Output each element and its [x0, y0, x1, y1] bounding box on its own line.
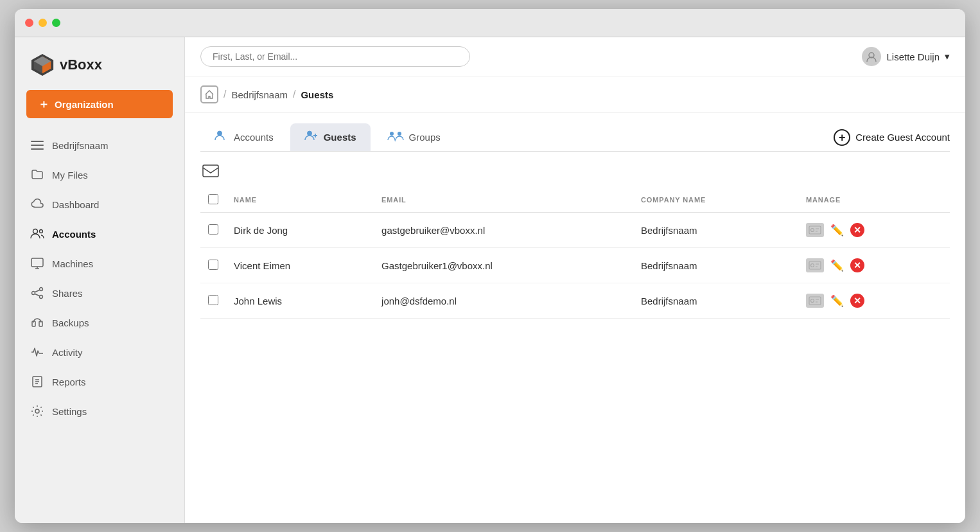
- row-email: Gastgebruiker1@vboxx.nl: [374, 248, 633, 283]
- topbar: Lisette Duijn ▾: [185, 37, 965, 76]
- col-email: Email: [374, 188, 633, 213]
- svg-point-21: [398, 132, 401, 136]
- row-checkbox[interactable]: [208, 260, 218, 270]
- breadcrumb-current: Guests: [301, 89, 333, 100]
- row-checkbox-cell: [200, 213, 226, 248]
- guests-tab-icon: [304, 130, 319, 145]
- sidebar-item-bedrijfsnaam[interactable]: Bedrijfsnaam: [20, 131, 179, 159]
- table-row: Dirk de Jong gastgebruiker@vboxx.nl Bedr…: [200, 213, 950, 248]
- svg-rect-9: [31, 258, 43, 267]
- svg-point-28: [810, 299, 814, 303]
- edit-icon[interactable]: ✏️: [830, 259, 844, 272]
- nav-label-machines: Machines: [52, 258, 93, 269]
- tabs-row: Accounts Guests Groups: [185, 113, 965, 151]
- sidebar-item-machines[interactable]: Machines: [20, 249, 179, 278]
- sidebar-item-activity[interactable]: Activity: [20, 338, 179, 366]
- sidebar: vBoxx ＋ Organization Bedrijfsnaam M: [15, 37, 185, 523]
- col-company: Company Name: [633, 188, 798, 213]
- minimize-button[interactable]: [39, 19, 47, 27]
- nav-label-backups: Backups: [52, 317, 89, 328]
- select-all-checkbox[interactable]: [208, 194, 218, 204]
- row-checkbox-cell: [200, 248, 226, 283]
- svg-point-16: [35, 409, 39, 413]
- row-manage: ✏️ ✕: [798, 248, 950, 283]
- org-button-label: Organization: [55, 99, 114, 110]
- titlebar: [15, 9, 965, 37]
- close-button[interactable]: [25, 19, 33, 27]
- app-body: vBoxx ＋ Organization Bedrijfsnaam M: [15, 37, 965, 523]
- dropdown-icon: ▾: [945, 51, 950, 62]
- edit-icon[interactable]: ✏️: [830, 224, 844, 237]
- main-content: Lisette Duijn ▾ / Bedrijfsnaam / Guests: [185, 37, 965, 523]
- row-manage: ✏️ ✕: [798, 213, 950, 248]
- svg-point-20: [390, 132, 394, 136]
- sidebar-item-backups[interactable]: Backups: [20, 308, 179, 337]
- create-plus-icon: +: [834, 129, 850, 146]
- sidebar-item-shares[interactable]: Shares: [20, 279, 179, 307]
- nav-label-reports: Reports: [52, 377, 86, 387]
- monitor-icon: [30, 256, 44, 270]
- delete-icon[interactable]: ✕: [850, 294, 864, 308]
- menu-icon: [30, 138, 44, 152]
- tab-groups[interactable]: Groups: [373, 123, 455, 151]
- breadcrumb: / Bedrijfsnaam / Guests: [185, 76, 965, 113]
- table-area: Name Email Company Name Manage Dirk de J…: [185, 152, 965, 523]
- sidebar-item-settings[interactable]: Settings: [20, 397, 179, 425]
- tab-guests[interactable]: Guests: [290, 123, 371, 151]
- row-name: Dirk de Jong: [226, 213, 374, 248]
- settings-icon: [30, 404, 44, 418]
- org-button[interactable]: ＋ Organization: [26, 90, 173, 118]
- activity-icon: [30, 345, 44, 359]
- nav-label-settings: Settings: [52, 406, 87, 417]
- sidebar-item-dashboard[interactable]: Dashboard: [20, 190, 179, 218]
- svg-point-18: [218, 131, 222, 136]
- tabs: Accounts Guests Groups: [200, 123, 455, 151]
- manage-id-icon[interactable]: [806, 294, 824, 308]
- email-action-icon[interactable]: [200, 161, 221, 181]
- search-input[interactable]: [200, 46, 470, 67]
- row-name: Vicent Eimen: [226, 248, 374, 283]
- col-name: Name: [226, 188, 374, 213]
- sidebar-item-reports[interactable]: Reports: [20, 368, 179, 396]
- logo-text: vBoxx: [60, 57, 102, 73]
- cloud-icon: [30, 197, 44, 211]
- breadcrumb-company[interactable]: Bedrijfsnaam: [231, 89, 288, 100]
- tab-groups-label: Groups: [409, 132, 441, 143]
- svg-rect-4: [31, 141, 44, 142]
- accounts-tab-icon: [214, 130, 229, 145]
- delete-icon[interactable]: ✕: [850, 258, 864, 272]
- table-row: John Lewis jonh@dsfdemo.nl Bedrijfsnaam …: [200, 283, 950, 319]
- svg-point-24: [810, 229, 814, 232]
- maximize-button[interactable]: [52, 19, 60, 27]
- nav-label-shares: Shares: [52, 288, 83, 299]
- nav-label-accounts: Accounts: [52, 229, 96, 240]
- breadcrumb-home-icon[interactable]: [200, 85, 218, 103]
- share-icon: [30, 286, 44, 300]
- row-checkbox-cell: [200, 283, 226, 319]
- breadcrumb-sep-1: /: [223, 89, 226, 100]
- reports-icon: [30, 375, 44, 389]
- manage-id-icon[interactable]: [806, 223, 824, 237]
- row-checkbox[interactable]: [208, 295, 218, 305]
- svg-rect-5: [31, 145, 44, 146]
- sidebar-item-my-files[interactable]: My Files: [20, 161, 179, 189]
- sidebar-item-accounts[interactable]: Accounts: [20, 220, 179, 248]
- col-manage: Manage: [798, 188, 950, 213]
- edit-icon[interactable]: ✏️: [830, 294, 844, 308]
- user-menu[interactable]: Lisette Duijn ▾: [862, 47, 950, 66]
- org-plus-icon: ＋: [38, 96, 49, 112]
- row-manage: ✏️ ✕: [798, 283, 950, 319]
- row-checkbox[interactable]: [208, 224, 218, 235]
- app-window: vBoxx ＋ Organization Bedrijfsnaam M: [15, 9, 965, 523]
- backup-icon: [30, 315, 44, 330]
- svg-point-7: [33, 229, 38, 234]
- people-icon: [30, 227, 44, 241]
- delete-icon[interactable]: ✕: [850, 223, 864, 237]
- manage-id-icon[interactable]: [806, 258, 824, 272]
- row-email: jonh@dsfdemo.nl: [374, 283, 633, 319]
- svg-rect-22: [203, 165, 218, 177]
- create-guest-account-button[interactable]: + Create Guest Account: [834, 129, 950, 146]
- tab-accounts[interactable]: Accounts: [200, 123, 288, 151]
- row-email: gastgebruiker@vboxx.nl: [374, 213, 633, 248]
- sidebar-nav: Bedrijfsnaam My Files Dashboard: [15, 131, 184, 425]
